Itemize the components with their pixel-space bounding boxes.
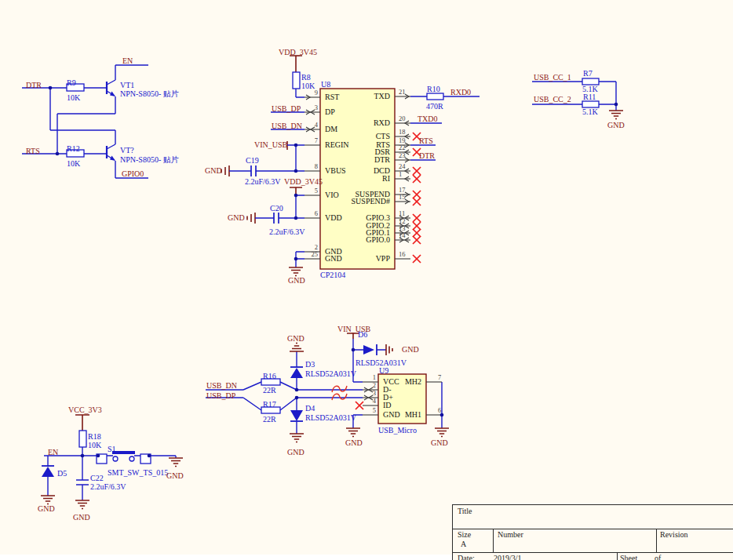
wire-junction-icon [56, 152, 60, 156]
usb-cc-circuit[interactable] [532, 78, 616, 111]
title-block: Title Size A Number Revision Date: 2019/… [452, 504, 733, 560]
schematic-graphics [0, 0, 733, 560]
resistor-r11[interactable] [582, 101, 599, 107]
diode-d6[interactable] [363, 345, 374, 355]
sheet-bottom-edge [0, 555, 452, 560]
gnd-symbol-icon[interactable] [289, 267, 303, 276]
gnd-symbol-icon[interactable] [435, 428, 449, 437]
u9-body[interactable] [378, 374, 426, 424]
revision-label: Revision [660, 530, 688, 539]
number-label: Number [498, 530, 523, 539]
resistor-r16[interactable] [261, 379, 280, 385]
switch-s1-button-icon [112, 451, 135, 454]
diode-d4[interactable] [290, 410, 303, 421]
resistor-r10[interactable] [427, 93, 443, 100]
title-label: Title [458, 507, 472, 515]
resistor-r17[interactable] [261, 407, 280, 413]
schematic-sheet: ENDTRR910KVT1NPN-S8050- 贴片RTSR1210KVT?NP… [0, 0, 733, 560]
gnd-symbol-icon[interactable] [169, 458, 183, 467]
date-label: Date: [458, 554, 475, 560]
wire-junction-icon [294, 194, 298, 198]
wire-junction-icon [97, 454, 100, 458]
resistor-r8[interactable] [293, 72, 300, 89]
gnd-symbol-flipped-icon[interactable] [290, 344, 304, 352]
wire-junction-icon [352, 348, 356, 352]
size-label: Size [458, 530, 471, 539]
diode-d3[interactable] [290, 368, 303, 378]
switch-s1-contact-icon [113, 456, 118, 461]
wire-junction-icon [614, 103, 618, 107]
gnd-symbol-icon[interactable] [75, 500, 89, 509]
wire-junction-icon [294, 144, 298, 147]
wire-junction-icon [49, 86, 53, 90]
gnd-symbol-icon[interactable] [609, 111, 623, 119]
resistor-r7[interactable] [582, 78, 599, 85]
no-erc-marker-icon [332, 386, 347, 392]
en-switch-circuit[interactable] [42, 415, 176, 500]
transistor-circuit[interactable] [22, 65, 148, 178]
wire-junction-icon [440, 413, 444, 417]
component-u9[interactable] [356, 374, 442, 424]
gnd-symbol-icon[interactable] [290, 434, 304, 442]
vt1-emitter-arrow-icon [110, 92, 115, 97]
size-value: A [461, 540, 466, 548]
sheet-label: Sheet [620, 554, 637, 560]
vt2-emitter-arrow-icon [110, 156, 115, 162]
wire-junction-icon [294, 216, 298, 220]
wire-junction-icon [148, 454, 151, 458]
diode-d5[interactable] [42, 467, 54, 477]
wire-junction-icon [295, 388, 299, 392]
date-value: 2019/3/1 [494, 554, 522, 560]
gnd-symbol-icon[interactable] [41, 496, 55, 504]
resistor-r12[interactable] [67, 150, 84, 157]
component-u8[interactable] [305, 89, 421, 269]
wire-junction-icon [294, 257, 298, 261]
resistor-r9[interactable] [67, 84, 84, 91]
switch-s1-contact-icon [129, 456, 134, 461]
no-erc-marker-icon [332, 394, 347, 400]
wire-junction-icon [295, 396, 299, 400]
resistor-r18[interactable] [79, 431, 86, 447]
wire-junction-icon [294, 169, 298, 173]
wire-junction-icon [81, 454, 85, 458]
gnd-symbol-icon[interactable] [346, 428, 360, 437]
u8-body[interactable] [320, 89, 395, 269]
of-label: of [655, 554, 661, 560]
